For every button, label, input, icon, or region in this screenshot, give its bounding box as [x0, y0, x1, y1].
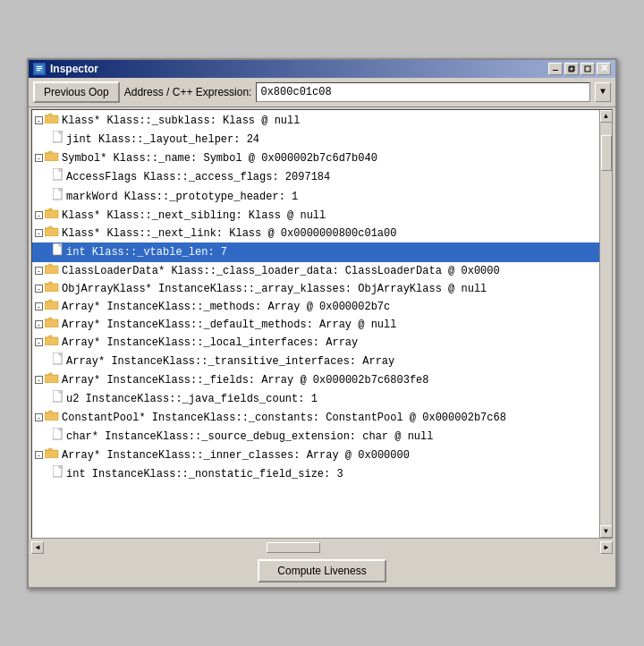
- expand-collapse-icon[interactable]: -: [35, 285, 43, 293]
- svg-rect-24: [45, 337, 58, 345]
- expand-collapse-icon[interactable]: -: [35, 338, 43, 346]
- row-text: ObjArrayKlass* InstanceKlass::_array_kla…: [62, 281, 487, 297]
- folder-icon: [45, 113, 59, 129]
- tree-row[interactable]: - Array* InstanceKlass::_inner_classes: …: [32, 446, 599, 464]
- tree-row[interactable]: - Symbol* Klass::_name: Symbol @ 0x00000…: [32, 149, 599, 167]
- tree-row[interactable]: jint Klass::_layout_helper: 24: [32, 130, 599, 149]
- expand-collapse-icon[interactable]: -: [35, 413, 43, 421]
- expand-collapse-icon[interactable]: -: [35, 211, 43, 219]
- file-icon: [53, 243, 64, 261]
- horizontal-scrollbar[interactable]: ◀ ▶: [31, 540, 613, 555]
- scroll-down-button[interactable]: ▼: [600, 525, 613, 538]
- expand-collapse-icon[interactable]: -: [35, 376, 43, 384]
- close-button[interactable]: ✕: [597, 63, 611, 75]
- address-input[interactable]: [256, 82, 590, 102]
- row-text: markWord Klass::_prototype_header: 1: [66, 189, 298, 205]
- tree-row[interactable]: - ConstantPool* InstanceKlass::_constant…: [32, 409, 599, 427]
- row-text: int Klass::_vtable_len: 7: [66, 244, 227, 260]
- expand-collapse-icon[interactable]: -: [35, 267, 43, 275]
- svg-rect-33: [45, 450, 58, 458]
- prev-oop-button[interactable]: Previous Oop: [33, 81, 120, 103]
- folder-icon: [45, 317, 59, 333]
- file-icon: [53, 168, 64, 186]
- tree-row[interactable]: - Klass* Klass::_next_sibling: Klass @ n…: [32, 207, 599, 225]
- svg-rect-20: [45, 266, 58, 274]
- tree-row[interactable]: - ClassLoaderData* Klass::_class_loader_…: [32, 262, 599, 280]
- folder-icon: [45, 208, 59, 224]
- folder-icon: [45, 335, 59, 351]
- row-text: Array* InstanceKlass::_fields: Array @ 0…: [62, 372, 429, 388]
- inspector-window: Inspector ✕ Previous Oop Address / C++ E…: [27, 58, 617, 589]
- svg-rect-16: [45, 210, 58, 218]
- file-icon: [53, 188, 64, 206]
- tree-row[interactable]: int InstanceKlass::_nonstatic_field_size…: [32, 464, 599, 484]
- expand-collapse-icon[interactable]: -: [35, 116, 43, 124]
- restore-button[interactable]: [564, 63, 579, 75]
- row-text: Array* InstanceKlass::_local_interfaces:…: [62, 335, 358, 351]
- svg-rect-30: [45, 412, 58, 421]
- toolbar: Previous Oop Address / C++ Expression: ▼: [29, 78, 615, 107]
- svg-rect-7: [585, 66, 590, 72]
- svg-rect-3: [37, 70, 40, 71]
- scroll-left-button[interactable]: ◀: [31, 541, 44, 554]
- row-text: Array* InstanceKlass::_methods: Array @ …: [62, 299, 390, 315]
- file-icon: [53, 390, 64, 408]
- address-label: Address / C++ Expression:: [124, 86, 252, 98]
- maximize-button[interactable]: [580, 63, 595, 75]
- expand-collapse-icon[interactable]: -: [35, 229, 43, 237]
- title-bar: Inspector ✕: [29, 60, 615, 78]
- row-text: Array* InstanceKlass::_inner_classes: Ar…: [62, 447, 410, 463]
- tree-row[interactable]: - ObjArrayKlass* InstanceKlass::_array_k…: [32, 280, 599, 298]
- tree-row[interactable]: - Array* InstanceKlass::_default_methods…: [32, 316, 599, 334]
- svg-rect-22: [45, 302, 58, 310]
- tree-row[interactable]: - Array* InstanceKlass::_fields: Array @…: [32, 371, 599, 389]
- row-text: int InstanceKlass::_nonstatic_field_size…: [66, 466, 343, 482]
- content-area: - Klass* Klass::_subklass: Klass @ null …: [31, 109, 613, 539]
- svg-rect-23: [45, 319, 58, 327]
- scroll-thumb[interactable]: [601, 135, 612, 171]
- scroll-right-button[interactable]: ▶: [600, 541, 613, 554]
- tree-row[interactable]: markWord Klass::_prototype_header: 1: [32, 187, 599, 207]
- h-scroll-thumb[interactable]: [267, 542, 320, 553]
- tree-row[interactable]: char* InstanceKlass::_source_debug_exten…: [32, 427, 599, 446]
- tree-row[interactable]: AccessFlags Klass::_access_flags: 209718…: [32, 167, 599, 187]
- svg-rect-35: [59, 465, 62, 468]
- tree-row[interactable]: - Klass* Klass::_subklass: Klass @ null: [32, 112, 599, 130]
- vertical-scrollbar[interactable]: ▲ ▼: [599, 110, 612, 538]
- svg-rect-17: [45, 228, 58, 236]
- svg-rect-21: [45, 284, 58, 292]
- tree-row[interactable]: int Klass::_vtable_len: 7: [32, 242, 599, 262]
- expand-collapse-icon[interactable]: -: [35, 154, 43, 162]
- svg-rect-2: [37, 68, 42, 69]
- svg-rect-1: [37, 66, 42, 67]
- row-text: ClassLoaderData* Klass::_class_loader_da…: [62, 263, 500, 279]
- svg-rect-32: [59, 428, 62, 430]
- svg-rect-11: [45, 153, 58, 161]
- title-bar-left: Inspector: [33, 63, 98, 75]
- folder-icon: [45, 372, 59, 388]
- file-icon: [53, 353, 64, 370]
- svg-rect-13: [59, 168, 62, 171]
- tree-row[interactable]: u2 InstanceKlass::_java_fields_count: 1: [32, 389, 599, 409]
- folder-icon: [45, 150, 59, 166]
- svg-rect-8: [45, 115, 58, 123]
- compute-liveness-button[interactable]: Compute Liveness: [258, 559, 386, 582]
- expand-collapse-icon[interactable]: -: [35, 451, 43, 459]
- tree-row[interactable]: - Array* InstanceKlass::_local_interface…: [32, 334, 599, 352]
- tree-container[interactable]: - Klass* Klass::_subklass: Klass @ null …: [32, 110, 599, 538]
- minimize-button[interactable]: [548, 63, 563, 75]
- expand-collapse-icon[interactable]: -: [35, 302, 43, 310]
- bottom-bar: Compute Liveness: [29, 555, 615, 587]
- tree-row[interactable]: Array* InstanceKlass::_transitive_interf…: [32, 352, 599, 371]
- row-text: Klass* Klass::_next_sibling: Klass @ nul…: [62, 208, 326, 224]
- row-text: Symbol* Klass::_name: Symbol @ 0x000002b…: [62, 150, 377, 166]
- expand-collapse-icon[interactable]: -: [35, 320, 43, 328]
- address-dropdown-button[interactable]: ▼: [595, 82, 611, 102]
- tree-row[interactable]: - Klass* Klass::_next_link: Klass @ 0x00…: [32, 225, 599, 242]
- svg-rect-19: [59, 243, 62, 246]
- scroll-up-button[interactable]: ▲: [600, 110, 613, 123]
- row-text: Klass* Klass::_subklass: Klass @ null: [62, 113, 300, 129]
- tree-row[interactable]: - Array* InstanceKlass::_methods: Array …: [32, 298, 599, 316]
- h-scroll-track: [44, 541, 600, 554]
- file-icon: [53, 131, 64, 149]
